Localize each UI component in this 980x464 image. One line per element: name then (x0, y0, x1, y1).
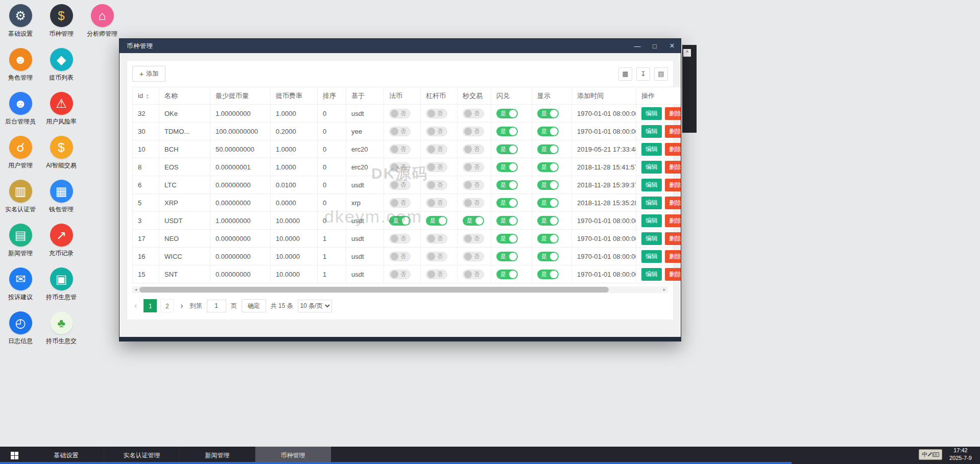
desktop-icon-holding-interest-trade[interactable]: ♣持币生息交 (41, 309, 81, 353)
toggle-switch[interactable]: 是 (496, 198, 518, 208)
desktop-icon-currency-manage[interactable]: $币种管理 (41, 2, 81, 46)
window-titlebar[interactable]: 币种管理 —□× (119, 39, 681, 53)
toggle-switch[interactable]: 是 (496, 252, 518, 261)
toggle-switch[interactable]: 否 (389, 252, 411, 261)
toggle-switch[interactable]: 否 (426, 162, 447, 172)
desktop-icon-role-manage[interactable]: ☻角色管理 (1, 46, 40, 90)
toggle-switch[interactable]: 是 (537, 109, 559, 118)
toggle-switch[interactable]: 否 (389, 234, 411, 243)
delete-button[interactable]: 删除 (665, 161, 681, 174)
toggle-switch[interactable]: 是 (496, 234, 518, 243)
maximize-button[interactable]: □ (646, 39, 663, 53)
scrollbar-thumb[interactable] (139, 287, 609, 292)
page-goto-input[interactable] (207, 300, 226, 312)
toggle-switch[interactable]: 否 (463, 144, 484, 154)
desktop-icon-wallet-manage[interactable]: ▦钱包管理 (41, 178, 81, 222)
toggle-switch[interactable]: 否 (426, 234, 447, 243)
confirm-button[interactable]: 确定 (242, 299, 266, 312)
desktop-icon-news-manage[interactable]: ▤新闻管理 (1, 222, 40, 265)
delete-button[interactable]: 删除 (665, 250, 681, 263)
desktop-icon-log-info[interactable]: ◴日志信息 (1, 309, 40, 353)
columns-button[interactable]: ▦ (618, 67, 632, 81)
add-button[interactable]: + 添加 (132, 66, 165, 82)
toggle-switch[interactable]: 是 (537, 127, 559, 136)
toggle-switch[interactable]: 是 (496, 109, 518, 118)
sort-icon[interactable]: ▲▼ (146, 93, 149, 100)
delete-button[interactable]: 删除 (665, 125, 681, 138)
desktop-icon-basic-settings[interactable]: ⚙基础设置 (1, 2, 40, 46)
horizontal-scrollbar[interactable]: ◂ ▸ (132, 286, 668, 293)
toggle-switch[interactable]: 否 (463, 270, 484, 279)
toggle-switch[interactable]: 否 (426, 144, 447, 154)
toggle-switch[interactable]: 否 (463, 180, 484, 190)
toggle-switch[interactable]: 否 (389, 162, 411, 172)
delete-button[interactable]: 删除 (665, 197, 681, 209)
edit-button[interactable]: 编辑 (641, 250, 662, 263)
toggle-switch[interactable]: 否 (463, 109, 484, 118)
toggle-switch[interactable]: 是 (496, 270, 518, 279)
taskbar-item-currency-manage[interactable]: 币种管理 (255, 447, 331, 464)
desktop-icon-withdraw-list[interactable]: ◆提币列表 (41, 46, 81, 90)
toggle-switch[interactable]: 是 (496, 162, 518, 172)
desktop-icon-user-risk-rate[interactable]: ⚠用户风险率 (41, 90, 81, 134)
delete-button[interactable]: 删除 (665, 268, 681, 281)
print-button[interactable]: ▤ (654, 67, 668, 81)
delete-button[interactable]: 删除 (665, 179, 681, 191)
toggle-switch[interactable]: 是 (537, 162, 559, 172)
edit-button[interactable]: 编辑 (641, 179, 662, 191)
ime-language-bar[interactable]: 中 (919, 449, 942, 460)
page-size-select[interactable]: 10 条/页 (298, 300, 332, 312)
edit-button[interactable]: 编辑 (641, 107, 662, 120)
toggle-switch[interactable]: 否 (389, 270, 411, 279)
page-button-2[interactable]: 2 (160, 299, 174, 312)
desktop-icon-user-manage[interactable]: ☌用户管理 (1, 134, 40, 178)
delete-button[interactable]: 删除 (665, 107, 681, 120)
edit-button[interactable]: 编辑 (641, 197, 662, 209)
toggle-switch[interactable]: 否 (463, 127, 484, 136)
desktop-icon-complaint-suggest[interactable]: ✉投诉建议 (1, 265, 40, 309)
scroll-top-button[interactable]: ^ (683, 49, 691, 57)
toggle-switch[interactable]: 是 (537, 234, 559, 243)
taskbar-item-realname-auth[interactable]: 实名认证管理 (104, 447, 180, 464)
toggle-switch[interactable]: 是 (389, 216, 411, 226)
toggle-switch[interactable]: 否 (426, 180, 447, 190)
page-button-1[interactable]: 1 (144, 299, 157, 312)
edit-button[interactable]: 编辑 (641, 143, 662, 156)
edit-button[interactable]: 编辑 (641, 125, 662, 138)
delete-button[interactable]: 删除 (665, 143, 681, 156)
toggle-switch[interactable]: 否 (463, 198, 484, 208)
toggle-switch[interactable]: 是 (496, 127, 518, 136)
toggle-switch[interactable]: 否 (426, 198, 447, 208)
toggle-switch[interactable]: 是 (496, 216, 518, 226)
desktop-icon-deposit-record[interactable]: ↗充币记录 (41, 222, 81, 265)
edit-button[interactable]: 编辑 (641, 268, 662, 281)
toggle-switch[interactable]: 是 (537, 216, 559, 226)
export-button[interactable]: ↧ (636, 67, 650, 81)
close-button[interactable]: × (663, 39, 681, 53)
toggle-switch[interactable]: 是 (463, 216, 484, 226)
desktop-icon-holding-interest-manage[interactable]: ▣持币生息管 (41, 265, 81, 309)
scroll-left-icon[interactable]: ◂ (132, 286, 139, 293)
scroll-right-icon[interactable]: ▸ (661, 286, 668, 293)
toggle-switch[interactable]: 是 (537, 144, 559, 154)
desktop-icon-analyst-manage[interactable]: ⌂分析师管理 (82, 2, 122, 46)
toggle-switch[interactable]: 否 (389, 109, 411, 118)
minimize-button[interactable]: — (629, 39, 646, 53)
desktop-icon-ai-smart-trade[interactable]: $AI智能交易 (41, 134, 81, 178)
toggle-switch[interactable]: 是 (496, 144, 518, 154)
taskbar-item-basic-settings[interactable]: 基础设置 (29, 447, 104, 464)
toggle-switch[interactable]: 是 (537, 180, 559, 190)
edit-button[interactable]: 编辑 (641, 214, 662, 227)
toggle-switch[interactable]: 否 (426, 270, 447, 279)
toggle-switch[interactable]: 否 (389, 198, 411, 208)
desktop-icon-realname-auth-manage[interactable]: ▥实名认证管 (1, 178, 40, 222)
taskbar-clock[interactable]: 17:42 2025-7-9 (949, 447, 972, 462)
toggle-switch[interactable]: 否 (426, 127, 447, 136)
edit-button[interactable]: 编辑 (641, 232, 662, 245)
start-button[interactable] (0, 447, 29, 464)
delete-button[interactable]: 删除 (665, 232, 681, 245)
toggle-switch[interactable]: 否 (389, 180, 411, 190)
toggle-switch[interactable]: 是 (537, 252, 559, 261)
toggle-switch[interactable]: 否 (389, 127, 411, 136)
column-header-id[interactable]: id▲▼ (133, 87, 159, 105)
